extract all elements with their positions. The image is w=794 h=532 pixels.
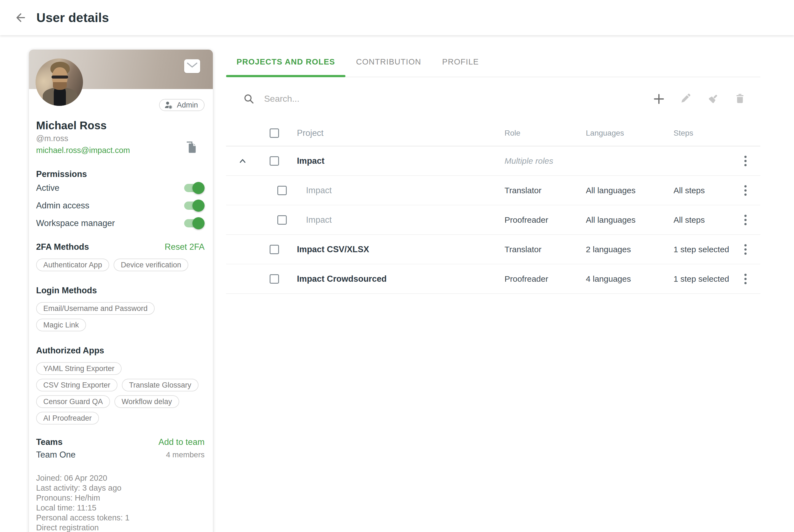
project-steps: 1 step selected bbox=[674, 274, 739, 284]
row-menu-button[interactable] bbox=[739, 183, 752, 198]
row-checkbox[interactable] bbox=[270, 156, 279, 166]
column-header-role: Role bbox=[505, 129, 586, 137]
column-header-project: Project bbox=[281, 128, 505, 138]
row-menu-button[interactable] bbox=[739, 242, 752, 257]
permission-row-active: Active bbox=[36, 179, 205, 197]
reset-2fa-link[interactable]: Reset 2FA bbox=[165, 242, 205, 252]
clean-button[interactable] bbox=[706, 92, 720, 106]
table-row: Impact Crowdsourced Proofreader 4 langua… bbox=[226, 264, 760, 294]
pencil-icon bbox=[680, 93, 692, 105]
active-toggle[interactable] bbox=[184, 182, 205, 194]
twofa-method-chip: Authenticator App bbox=[36, 259, 109, 271]
chevron-up-icon bbox=[238, 156, 247, 166]
table-toolbar bbox=[226, 77, 760, 120]
project-name: Impact Crowdsourced bbox=[281, 274, 505, 284]
authorized-app-chip: Translate Glossary bbox=[122, 379, 198, 392]
project-steps: 1 step selected bbox=[674, 245, 739, 254]
avatar bbox=[36, 58, 83, 106]
plus-icon bbox=[653, 93, 665, 105]
admin-access-toggle[interactable] bbox=[184, 200, 205, 212]
row-checkbox[interactable] bbox=[270, 245, 279, 254]
team-row: Team One 4 members bbox=[36, 450, 205, 460]
meta-pronouns: Pronouns: He/him bbox=[36, 493, 205, 503]
user-email-link[interactable]: michael.ross@impact.com bbox=[36, 146, 130, 155]
search-input[interactable] bbox=[264, 94, 652, 104]
user-meta: Joined: 06 Apr 2020 Last activity: 3 day… bbox=[36, 473, 205, 532]
authorized-app-chip: Censor Guard QA bbox=[36, 395, 110, 408]
table-row: Impact CSV/XLSX Translator 2 languages 1… bbox=[226, 235, 760, 264]
project-steps: All steps bbox=[674, 215, 739, 225]
avatar-glasses bbox=[52, 76, 68, 79]
user-name: Michael Ross bbox=[36, 119, 205, 132]
row-menu-button[interactable] bbox=[739, 153, 752, 169]
add-to-team-link[interactable]: Add to team bbox=[158, 437, 205, 447]
login-method-chip: Email/Username and Password bbox=[36, 302, 155, 315]
copy-icon bbox=[185, 140, 197, 154]
authorized-apps-title: Authorized Apps bbox=[36, 346, 205, 356]
delete-button[interactable] bbox=[733, 92, 746, 106]
tab-projects-and-roles[interactable]: PROJECTS AND ROLES bbox=[226, 47, 345, 77]
arrow-left-icon bbox=[14, 12, 26, 24]
table-row: Impact Proofreader All languages All ste… bbox=[226, 205, 760, 235]
edit-button[interactable] bbox=[679, 92, 693, 106]
profile-card: Admin Michael Ross @m.ross michael.ross@… bbox=[29, 50, 213, 532]
app-bar: User details bbox=[0, 0, 794, 35]
mail-icon bbox=[186, 62, 198, 71]
project-role: Translator bbox=[505, 186, 586, 195]
column-header-steps: Steps bbox=[674, 129, 739, 137]
avatar-beard bbox=[53, 82, 67, 90]
permission-label: Workspace manager bbox=[36, 218, 115, 228]
row-menu-button[interactable] bbox=[739, 212, 752, 228]
permission-row-workspace-manager: Workspace manager bbox=[36, 214, 205, 232]
meta-last-activity: Last activity: 3 days ago bbox=[36, 483, 205, 493]
kebab-menu-icon bbox=[744, 155, 747, 167]
back-button[interactable] bbox=[14, 11, 27, 24]
project-role: Proofreader bbox=[505, 274, 586, 284]
authorized-app-chip: YAML String Exporter bbox=[36, 362, 121, 375]
project-name: Impact CSV/XLSX bbox=[281, 245, 505, 254]
tab-contribution[interactable]: CONTRIBUTION bbox=[345, 47, 432, 77]
authorized-app-chip: CSV String Exporter bbox=[36, 379, 117, 392]
tab-profile[interactable]: PROFILE bbox=[432, 47, 489, 77]
project-name: Impact bbox=[281, 186, 505, 195]
twofa-method-chip: Device verification bbox=[114, 259, 188, 271]
send-email-button[interactable] bbox=[184, 59, 200, 73]
kebab-menu-icon bbox=[744, 273, 747, 285]
twofa-title: 2FA Methods bbox=[36, 242, 89, 252]
login-method-chip: Magic Link bbox=[36, 319, 86, 331]
add-button[interactable] bbox=[652, 92, 665, 106]
kebab-menu-icon bbox=[744, 185, 747, 196]
permission-label: Active bbox=[36, 183, 59, 193]
project-name: Impact bbox=[281, 156, 505, 166]
search-icon bbox=[243, 93, 255, 105]
row-menu-button[interactable] bbox=[739, 271, 752, 287]
collapse-group-button[interactable] bbox=[237, 155, 249, 167]
authorized-app-chip: Workflow delay bbox=[114, 395, 179, 408]
team-name: Team One bbox=[36, 450, 76, 460]
admin-badge-label: Admin bbox=[177, 101, 198, 110]
project-role: Proofreader bbox=[505, 215, 586, 225]
tab-bar: PROJECTS AND ROLES CONTRIBUTION PROFILE bbox=[226, 47, 760, 77]
copy-email-button[interactable] bbox=[185, 140, 197, 154]
trash-icon bbox=[734, 93, 746, 105]
kebab-menu-icon bbox=[744, 243, 747, 255]
login-methods-title: Login Methods bbox=[36, 286, 205, 296]
project-role: Multiple roles bbox=[505, 156, 586, 166]
row-checkbox[interactable] bbox=[270, 274, 279, 284]
meta-registration: Direct registration bbox=[36, 522, 205, 532]
project-languages: All languages bbox=[586, 215, 674, 225]
column-header-languages: Languages bbox=[586, 129, 674, 137]
page-title: User details bbox=[36, 10, 109, 25]
meta-access-tokens: Personal access tokens: 1 bbox=[36, 513, 205, 522]
admin-badge: Admin bbox=[159, 99, 205, 111]
table-header: Project Role Languages Steps bbox=[226, 120, 760, 146]
team-members-count: 4 members bbox=[166, 451, 205, 459]
manage-accounts-icon bbox=[164, 101, 173, 109]
select-all-checkbox[interactable] bbox=[270, 129, 279, 138]
permission-label: Admin access bbox=[36, 201, 89, 211]
project-languages: 4 languages bbox=[586, 274, 674, 284]
teams-title: Teams bbox=[36, 437, 62, 447]
meta-local-time: Local time: 11:15 bbox=[36, 503, 205, 513]
workspace-manager-toggle[interactable] bbox=[184, 217, 205, 229]
permissions-title: Permissions bbox=[36, 169, 205, 179]
